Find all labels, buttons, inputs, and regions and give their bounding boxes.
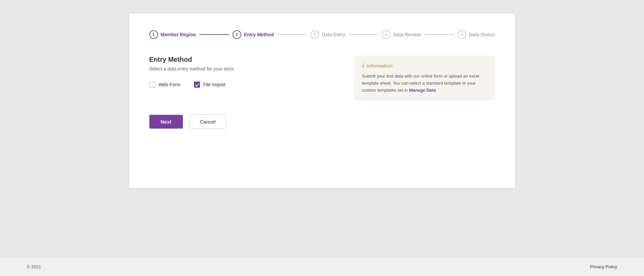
body-content: Entry Method Select a data entry method … [149,56,495,129]
file-import-option[interactable]: File Import [194,82,226,88]
next-button[interactable]: Next [149,115,183,129]
footer: © 2021 Privacy Policy [0,257,644,276]
options-row: Web Form File Import [149,82,341,88]
manage-data-link[interactable]: Manage Data [409,88,436,93]
step-2: 2 Entry Method [233,30,274,39]
card: 1 Member Region 2 Entry Method 3 Data En… [129,13,515,188]
step-3-label: Data Entry [322,32,345,37]
info-icon: ℹ [362,62,364,69]
stepper: 1 Member Region 2 Entry Method 3 Data En… [149,30,495,39]
cancel-button[interactable]: Cancel [190,114,226,129]
file-import-label: File Import [203,82,226,87]
step-3-circle: 3 [310,30,319,39]
info-text: Submit your test data with our online fo… [362,73,487,94]
step-5-circle: 5 [457,30,466,39]
step-2-circle: 2 [233,30,241,39]
file-import-checkbox[interactable] [194,82,200,88]
web-form-label: Web Form [159,82,181,87]
step-1-label: Member Region [161,32,196,37]
step-5-label: Data Status [469,32,495,37]
info-box: ℹ Information Submit your test data with… [354,56,495,100]
step-5: 5 Data Status [457,30,495,39]
step-1-circle: 1 [149,30,158,39]
step-1: 1 Member Region [149,30,196,39]
footer-copyright: © 2021 [27,264,41,269]
step-4-circle: 4 [382,30,391,39]
left-section: Entry Method Select a data entry method … [149,56,341,129]
step-line-1-2 [199,34,229,35]
step-4: 4 Data Review [382,30,421,39]
step-line-2-3 [277,34,307,35]
web-form-checkbox[interactable] [149,82,155,88]
info-header: ℹ Information [362,62,487,69]
step-line-4-5 [424,34,454,35]
page-title: Entry Method [149,56,341,63]
right-section: ℹ Information Submit your test data with… [354,56,495,129]
web-form-option[interactable]: Web Form [149,82,181,88]
step-3: 3 Data Entry [310,30,345,39]
step-line-3-4 [349,34,379,35]
step-2-label: Entry Method [244,32,274,37]
privacy-policy-link[interactable]: Privacy Policy [590,264,617,269]
page-subtitle: Select a data entry method for your test… [149,66,341,72]
buttons-row: Next Cancel [149,114,341,129]
info-title: Information [367,63,393,68]
step-4-label: Data Review [393,32,421,37]
main-content: 1 Member Region 2 Entry Method 3 Data En… [0,0,644,257]
